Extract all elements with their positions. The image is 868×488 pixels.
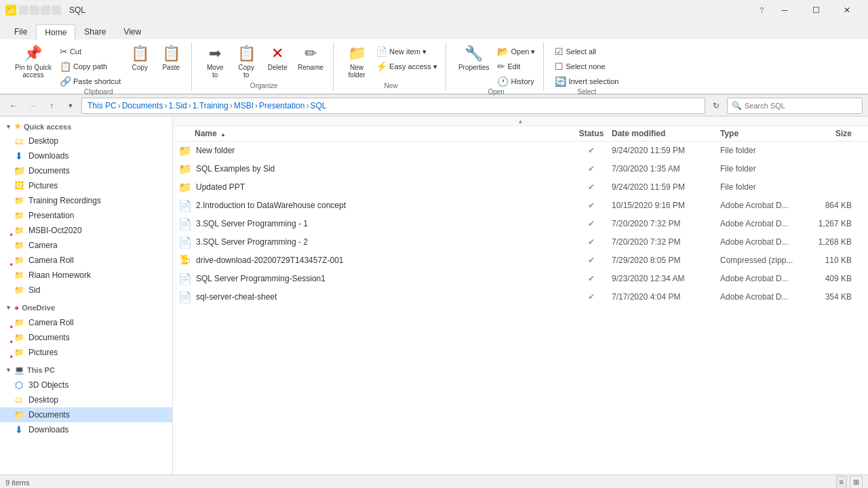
refresh-button[interactable]: ↻	[708, 98, 724, 114]
paste-shortcut-icon: 🔗	[60, 76, 71, 87]
sidebar-item-camera[interactable]: 📁 Camera	[0, 238, 172, 253]
table-row[interactable]: 📁 New folder ✔ 9/24/2020 11:59 PM File f…	[173, 142, 868, 160]
invert-selection-button[interactable]: 🔄 Invert selection	[552, 75, 621, 88]
this-pc-chevron: ▼	[5, 367, 12, 373]
od-documents-sync-icon: ●	[9, 338, 13, 345]
file-status: ✔	[571, 274, 612, 283]
sidebar-item-msbi[interactable]: ● 📁 MSBI-Oct2020	[0, 223, 172, 238]
file-type: Adobe Acrobat D...	[720, 237, 808, 247]
select-all-button[interactable]: ☑ Select all	[552, 45, 599, 58]
forward-button[interactable]: →	[24, 98, 41, 114]
crumb-presentation[interactable]: Presentation	[259, 101, 304, 110]
crumb-msbi[interactable]: MSBI	[234, 101, 254, 110]
od-pictures-icon: 📁	[14, 347, 24, 358]
sidebar-header-this-pc[interactable]: ▼ 💻 This PC	[0, 363, 172, 378]
view-grid-icon[interactable]: ⊞	[850, 476, 863, 488]
crumb-1training[interactable]: 1.Training	[193, 101, 229, 110]
sidebar-item-downloads[interactable]: ⬇ Downloads 📌	[0, 148, 172, 163]
address-box[interactable]: This PC › Documents › 1.Sid › 1.Training…	[81, 98, 705, 114]
col-status-header[interactable]: Status	[571, 129, 612, 138]
sidebar-item-od-camera-roll[interactable]: ● 📁 Camera Roll	[0, 315, 172, 330]
crumb-sql[interactable]: SQL	[310, 101, 326, 110]
col-name-header[interactable]: Name ▲	[178, 129, 571, 138]
rename-button[interactable]: ✏ Rename	[294, 43, 328, 73]
easy-access-button[interactable]: ⚡ Easy access ▾	[373, 60, 440, 73]
menu-quick-btn[interactable]	[52, 5, 61, 15]
tab-view[interactable]: View	[115, 24, 150, 39]
delete-button[interactable]: ✕ Delete	[262, 43, 292, 73]
search-box[interactable]: 🔍	[727, 98, 863, 114]
sidebar-item-od-pictures[interactable]: ● 📁 Pictures	[0, 345, 172, 360]
window-title: SQL	[69, 5, 85, 15]
sidebar-item-training-recordings[interactable]: 📁 Training Recordings 📌	[0, 193, 172, 208]
back-button[interactable]: ←	[5, 98, 22, 114]
tab-share[interactable]: Share	[75, 24, 115, 39]
sidebar-item-pc-desktop[interactable]: 🗂 Desktop	[0, 392, 172, 407]
sidebar-item-camera-roll[interactable]: ● 📁 Camera Roll	[0, 253, 172, 268]
minimize-btn[interactable]: ─	[769, 0, 800, 20]
recent-button[interactable]: ▼	[62, 98, 79, 114]
sidebar-header-onedrive[interactable]: ▼ ● OneDrive	[0, 300, 172, 315]
file-area: ▲ Name ▲ Status Date modified Type Size …	[173, 117, 868, 474]
sidebar-item-pc-downloads-label: Downloads	[28, 425, 68, 434]
col-date-header[interactable]: Date modified	[612, 129, 720, 138]
table-row[interactable]: 📁 SQL Examples by Sid ✔ 7/30/2020 1:35 A…	[173, 160, 868, 178]
table-row[interactable]: 📄 3.SQL Server Programming - 2 ✔ 7/20/20…	[173, 233, 868, 251]
copy-path-button[interactable]: 📋 Copy path	[57, 60, 123, 73]
pin-to-quick-access-button[interactable]: 📌 Pin to Quickaccess	[11, 43, 56, 80]
help-btn[interactable]: ?	[754, 0, 769, 20]
maximize-btn[interactable]: ☐	[800, 0, 831, 20]
sidebar-item-presentation-label: Presentation	[28, 211, 74, 220]
back-quick-btn[interactable]	[30, 5, 39, 15]
new-item-button[interactable]: 📄 New item ▾	[373, 45, 440, 58]
crumb-1sid[interactable]: 1.Sid	[168, 101, 186, 110]
cut-button[interactable]: ✂ Cut	[57, 45, 123, 58]
od-camera-roll-icon: 📁	[14, 317, 24, 328]
sidebar-item-desktop[interactable]: 🗂 Desktop 📌	[0, 134, 172, 148]
crumb-this-pc[interactable]: This PC	[87, 101, 117, 110]
table-row[interactable]: 📄 2.Introduction to DataWarehouse concep…	[173, 197, 868, 215]
table-row[interactable]: 📄 3.SQL Server Programming - 1 ✔ 7/20/20…	[173, 215, 868, 233]
select-none-button[interactable]: ☐ Select none	[552, 60, 608, 73]
up-button[interactable]: ↑	[43, 98, 60, 114]
sidebar-item-pc-downloads[interactable]: ⬇ Downloads	[0, 422, 172, 437]
copy-button[interactable]: 📋 Copy	[125, 43, 155, 73]
new-folder-button[interactable]: 📁 Newfolder	[342, 43, 372, 80]
move-to-button[interactable]: ➡ Moveto	[200, 43, 230, 80]
quick-access-btn[interactable]	[19, 5, 28, 15]
file-status: ✔	[571, 219, 612, 228]
sidebar-header-quick-access[interactable]: ▼ ★ Quick access	[0, 119, 172, 134]
sidebar-item-documents[interactable]: 📁 Documents 📌	[0, 163, 172, 178]
search-input[interactable]	[745, 102, 858, 110]
copy-to-button[interactable]: 📋 Copyto	[231, 43, 261, 80]
sidebar-item-riaan[interactable]: 📁 Riaan Homework	[0, 268, 172, 283]
col-size-header[interactable]: Size	[808, 129, 863, 138]
od-documents-icon: 📁	[14, 332, 24, 343]
sidebar-item-presentation[interactable]: 📁 Presentation 📌	[0, 208, 172, 223]
file-date: 7/29/2020 8:05 PM	[612, 256, 720, 265]
od-pictures-sync-icon: ●	[9, 353, 13, 360]
close-btn[interactable]: ✕	[831, 0, 863, 20]
paste-button[interactable]: 📋 Paste	[156, 43, 186, 73]
tab-file[interactable]: File	[5, 24, 36, 39]
history-button[interactable]: 🕐 History	[494, 75, 538, 88]
table-row[interactable]: 📄 SQL Server Programming-Session1 ✔ 9/23…	[173, 270, 868, 288]
edit-button[interactable]: ✏ Edit	[494, 60, 538, 73]
crumb-documents[interactable]: Documents	[122, 101, 163, 110]
table-row[interactable]: 📄 sql-server-cheat-sheet ✔ 7/17/2020 4:0…	[173, 288, 868, 306]
file-status: ✔	[571, 237, 612, 247]
sidebar-item-sid[interactable]: 📁 Sid	[0, 283, 172, 298]
view-list-icon[interactable]: ≡	[836, 476, 847, 488]
undo-quick-btn[interactable]	[41, 5, 50, 15]
sidebar-item-3d-objects[interactable]: ⬡ 3D Objects	[0, 378, 172, 392]
col-type-header[interactable]: Type	[720, 129, 808, 138]
tab-home[interactable]: Home	[36, 24, 75, 40]
open-button[interactable]: 📂 Open ▾	[494, 45, 538, 58]
properties-button[interactable]: 🔧 Properties	[454, 43, 494, 73]
sidebar-item-od-documents[interactable]: ● 📁 Documents	[0, 330, 172, 345]
table-row[interactable]: 🗜 drive-download-20200729T143457Z-001 ✔ …	[173, 251, 868, 270]
paste-shortcut-button[interactable]: 🔗 Paste shortcut	[57, 75, 123, 88]
table-row[interactable]: 📁 Updated PPT ✔ 9/24/2020 11:59 PM File …	[173, 178, 868, 197]
sidebar-item-pc-documents[interactable]: 📁 Documents	[0, 407, 172, 422]
sidebar-item-pictures[interactable]: 🖼 Pictures 📌	[0, 178, 172, 193]
